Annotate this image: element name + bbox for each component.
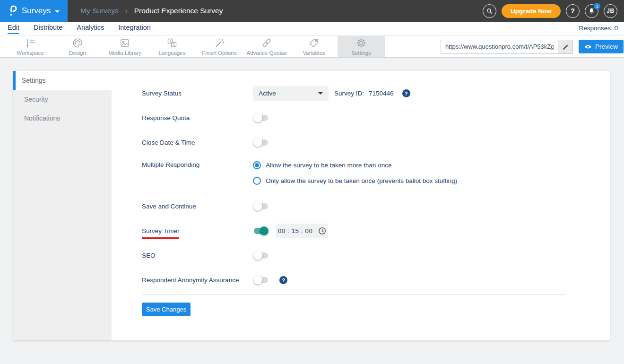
variables-tag-icon bbox=[308, 37, 320, 49]
multiple-responding-options: Allow the survey to be taken more than o… bbox=[253, 161, 457, 185]
breadcrumb-my-surveys[interactable]: My Surveys bbox=[80, 7, 119, 15]
response-quota-row: Response Quota bbox=[142, 111, 610, 125]
survey-status-value: Active bbox=[259, 90, 276, 97]
radio-option-multiple-allowed[interactable]: Allow the survey to be taken more than o… bbox=[253, 161, 457, 169]
respondent-anonymity-help-icon[interactable]: ? bbox=[279, 276, 287, 284]
questionpro-logo-icon bbox=[8, 5, 17, 17]
product-switcher[interactable]: Surveys bbox=[0, 0, 68, 22]
respondent-anonymity-toggle[interactable] bbox=[254, 277, 268, 283]
toolbar-tab-variables[interactable]: Variables bbox=[290, 36, 338, 57]
settings-panel: Settings Security Notifications Survey S… bbox=[13, 71, 610, 340]
edit-toolbar: Workspace Design Media Library ★ A Langu… bbox=[0, 36, 624, 58]
multiple-responding-row: Multiple Responding Allow the survey to … bbox=[142, 161, 610, 185]
upgrade-now-button[interactable]: Upgrade Now bbox=[502, 4, 561, 18]
respondent-anonymity-row: Respondent Anonymity Assurance ? bbox=[142, 273, 610, 287]
toolbar-tab-workspace[interactable]: Workspace bbox=[7, 36, 54, 57]
toggle-knob bbox=[253, 138, 262, 147]
seo-toggle[interactable] bbox=[254, 252, 268, 259]
toolbar-tab-label: Finish Options bbox=[202, 50, 237, 56]
save-and-continue-label: Save and Continue bbox=[142, 203, 253, 210]
radio-option-only-once[interactable]: Only allow the survey to be taken once (… bbox=[253, 177, 457, 185]
eye-icon bbox=[584, 44, 592, 50]
survey-timer-label-text: Survey Timer bbox=[142, 227, 180, 234]
responses-count[interactable]: Responses: 0 bbox=[579, 25, 618, 33]
toolbar-tab-label: Settings bbox=[351, 50, 371, 56]
toolbar-tab-label: Media Library bbox=[108, 50, 141, 56]
close-date-toggle[interactable] bbox=[254, 139, 268, 146]
toolbar-tab-label: Variables bbox=[303, 50, 325, 56]
respondent-anonymity-label: Respondent Anonymity Assurance bbox=[142, 277, 253, 284]
product-label: Surveys bbox=[22, 6, 51, 16]
help-button[interactable]: ? bbox=[566, 4, 580, 18]
survey-url-group bbox=[441, 40, 573, 54]
edit-url-button[interactable] bbox=[558, 40, 573, 54]
tab-distribute[interactable]: Distribute bbox=[34, 24, 62, 34]
save-and-continue-toggle[interactable] bbox=[254, 203, 268, 209]
toolbar-tab-languages[interactable]: ★ A Languages bbox=[148, 36, 196, 57]
toolbar-tab-label: Advance Quotas bbox=[246, 50, 286, 56]
sidebar-item-label: Settings bbox=[22, 77, 46, 84]
survey-url-input[interactable] bbox=[441, 40, 558, 54]
notifications-button[interactable]: 1 bbox=[585, 4, 598, 18]
survey-id-label: Survey ID: bbox=[334, 90, 364, 97]
page-title: Product Experience Survey bbox=[134, 7, 223, 15]
tab-edit[interactable]: Edit bbox=[8, 24, 19, 34]
toggle-knob bbox=[260, 226, 269, 235]
question-mark-icon: ? bbox=[571, 7, 575, 15]
toolbar-tab-advance-quotas[interactable]: Advance Quotas bbox=[243, 36, 290, 57]
toggle-knob bbox=[253, 251, 262, 260]
toggle-knob bbox=[253, 276, 262, 285]
toolbar-tab-label: Languages bbox=[159, 50, 186, 56]
red-underline-annotation bbox=[142, 237, 179, 239]
survey-timer-toggle[interactable] bbox=[254, 228, 268, 234]
close-date-label: Close Date & Time bbox=[142, 139, 253, 146]
tab-analytics[interactable]: Analytics bbox=[77, 24, 104, 34]
sidebar-item-notifications[interactable]: Notifications bbox=[13, 109, 112, 128]
save-changes-button[interactable]: Save Changes bbox=[142, 303, 191, 316]
chevron-down-icon bbox=[55, 10, 60, 13]
tab-integration[interactable]: Integration bbox=[118, 24, 151, 34]
form-divider bbox=[142, 294, 566, 295]
finish-options-wand-icon bbox=[214, 37, 225, 49]
survey-status-row: Survey Status Active Survey ID: 7150446 … bbox=[142, 86, 610, 101]
sidebar-item-label: Notifications bbox=[24, 114, 60, 122]
breadcrumb-separator: › bbox=[125, 7, 128, 15]
topbar-actions: Upgrade Now ? 1 JB bbox=[483, 4, 617, 18]
advance-quotas-link-icon bbox=[261, 37, 272, 49]
search-button[interactable] bbox=[483, 4, 496, 18]
sidebar-item-settings[interactable]: Settings bbox=[13, 71, 112, 90]
content-area: Settings Security Notifications Survey S… bbox=[0, 58, 624, 340]
preview-label: Preview bbox=[595, 43, 618, 50]
toolbar-tab-finish-options[interactable]: Finish Options bbox=[196, 36, 243, 57]
user-avatar[interactable]: JB bbox=[604, 4, 617, 18]
breadcrumb: My Surveys › Product Experience Survey bbox=[80, 7, 223, 15]
media-library-icon bbox=[119, 37, 130, 49]
save-and-continue-row: Save and Continue bbox=[142, 199, 610, 214]
toggle-knob bbox=[253, 202, 262, 211]
survey-nav: Edit Distribute Analytics Integration Re… bbox=[0, 22, 624, 36]
preview-button[interactable]: Preview bbox=[579, 40, 624, 53]
radio-unselected-icon bbox=[253, 177, 261, 185]
response-quota-toggle[interactable] bbox=[254, 115, 268, 121]
toolbar-tab-media-library[interactable]: Media Library bbox=[101, 36, 148, 57]
survey-timer-value: 00 : 15 : 00 bbox=[278, 227, 313, 234]
seo-label: SEO bbox=[142, 252, 253, 259]
sidebar-item-security[interactable]: Security bbox=[13, 90, 112, 109]
survey-id-group: Survey ID: 7150446 ? bbox=[334, 89, 410, 97]
close-date-row: Close Date & Time bbox=[142, 135, 610, 150]
top-bar: Surveys My Surveys › Product Experience … bbox=[0, 0, 624, 22]
workspace-icon bbox=[25, 37, 36, 49]
notification-count-badge: 1 bbox=[594, 3, 600, 9]
svg-text:★: ★ bbox=[169, 39, 172, 43]
survey-status-dropdown[interactable]: Active bbox=[253, 86, 329, 101]
toolbar-tab-design[interactable]: Design bbox=[54, 36, 101, 57]
survey-status-label: Survey Status bbox=[142, 90, 253, 97]
settings-sidebar: Settings Security Notifications bbox=[13, 71, 112, 340]
survey-timer-row: Survey Timer 00 : 15 : 00 bbox=[142, 224, 610, 238]
search-icon bbox=[486, 8, 493, 15]
survey-timer-input[interactable]: 00 : 15 : 00 bbox=[276, 224, 328, 238]
design-palette-icon bbox=[72, 37, 83, 49]
svg-text:A: A bbox=[173, 43, 175, 46]
survey-id-help-icon[interactable]: ? bbox=[402, 89, 410, 97]
toolbar-tab-settings[interactable]: Settings bbox=[338, 36, 385, 57]
